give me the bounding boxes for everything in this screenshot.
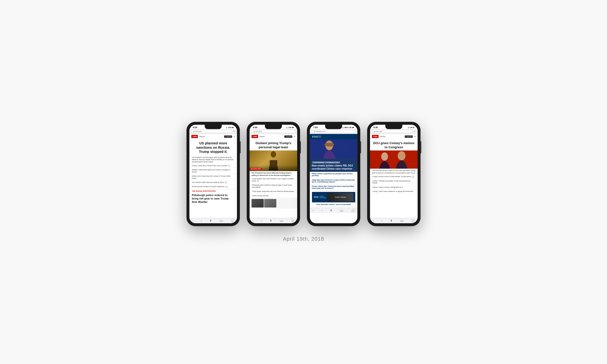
phone-4-tabs-icon[interactable]: ⬜ xyxy=(411,219,415,222)
phone-4-content: DOJ gives Comey's memos to Congress xyxy=(370,139,418,218)
phone-4-bookmark-icon[interactable]: 📖 xyxy=(400,219,404,222)
phone-3-back-icon[interactable]: ‹ xyxy=(313,209,314,212)
phone-1-news-3[interactable]: 'No Confusion Nikki' takes the media by … xyxy=(189,181,237,185)
phone-2-nav-home[interactable]: Home xyxy=(260,135,265,138)
phone-1-forward-icon[interactable]: › xyxy=(201,219,202,222)
phone-4-subhead: The fired FBI director says he's fine wi… xyxy=(370,169,418,175)
phone-2-bookmark-icon[interactable]: 📖 xyxy=(280,219,283,222)
phone-3-bottom-bar: ‹ › ⬆ 📖 ⬜ xyxy=(310,208,357,213)
phone-1-cnn-nav: CNN Home Live TV ≡ xyxy=(189,134,237,139)
phone-4-forward-icon[interactable]: › xyxy=(382,219,383,222)
phone-3-forward-icon[interactable]: › xyxy=(321,209,322,212)
svg-text:FOX: FOX xyxy=(312,135,318,138)
phone-4-nav-menu-icon[interactable]: ≡ xyxy=(414,135,416,138)
phone-4-url-bar[interactable]: 🔒 cnn.com xyxy=(372,130,413,133)
phone-1-news-0[interactable]: Comey: Trump won't criticize Putin, even… xyxy=(189,164,237,168)
phone-1-news-2[interactable]: Haley's retort shows why she's unique in… xyxy=(189,174,237,181)
phone-4-cnn-logo: CNN xyxy=(372,135,379,138)
phone-4-live-dot xyxy=(406,136,407,137)
phone-3-fox-ad-channel: NEWSCHANNEL xyxy=(319,195,327,198)
phone-3-share-icon[interactable]: ⬆ xyxy=(330,209,332,212)
phone-2-back-icon[interactable]: ‹ xyxy=(252,219,253,222)
phones-container: 8:20 ▲ LTE ■■ 🔒 cnn.com ✕ CNN Home xyxy=(186,122,421,226)
phone-4-image-container xyxy=(370,150,418,169)
phone-4-news-1[interactable]: Comey: 'Unlikely but possible' Trump com… xyxy=(370,179,418,185)
phone-1-headline: US planned more sanctions on Russia. Tru… xyxy=(189,139,237,156)
phone-4-nav-home[interactable]: Home xyxy=(380,135,385,138)
phone-2-news-2[interactable]: Trump lawyer drops libel suits over infa… xyxy=(250,190,297,194)
phone-1-time: 8:20 xyxy=(193,126,197,129)
phone-4-time: 9:35 xyxy=(373,126,378,129)
phone-2-thumbnail-strip xyxy=(250,198,297,208)
phone-4-back-icon[interactable]: ‹ xyxy=(373,219,374,222)
phone-4-news-2[interactable]: Opinion: James Comey's unforgivable erro… xyxy=(370,185,418,190)
phone-2-wrapper: 6:50 ▲ LTE ■■ 🔒 cnn.com CNN Home Live TV xyxy=(247,122,300,226)
date-label: April 19th, 2018 xyxy=(283,236,324,242)
phone-1-info-icon-0: i xyxy=(228,165,230,167)
phone-4-nav-livetv[interactable]: Live TV xyxy=(405,135,413,138)
phone-1-url-bar[interactable]: 🔒 cnn.com xyxy=(191,130,232,133)
phone-3-fox-news-2[interactable]: Former Clinton aide: Comey lied about re… xyxy=(310,184,357,191)
phone-1-bottom-headline[interactable]: Pittsburgh police ordered to bring riot … xyxy=(189,193,237,205)
phone-1-nav-menu-icon[interactable]: ≡ xyxy=(234,135,235,138)
phone-2-browser-bar[interactable]: 🔒 cnn.com xyxy=(250,129,297,134)
phone-2-url: cnn.com xyxy=(255,130,262,132)
phone-2-url-bar[interactable]: 🔒 cnn.com xyxy=(251,130,295,133)
phone-3-fox-label: 'CONCERNING' COORDINATION? xyxy=(312,161,340,164)
phone-2-nav-menu-icon[interactable]: ≡ xyxy=(294,135,295,138)
phone-4-news-0[interactable]: Cooper corrects record on false Mueller,… xyxy=(370,175,418,179)
phone-1-nav-home[interactable]: Home xyxy=(199,135,204,138)
phone-1-back-icon[interactable]: ‹ xyxy=(192,219,193,222)
phone-1-close-icon[interactable]: ✕ xyxy=(233,130,235,133)
phone-1-bookmark-icon[interactable]: 📖 xyxy=(220,219,223,222)
phone-3-status-icons: ▲ WiFi LTE ■■ xyxy=(342,127,354,128)
phone-4-share-icon[interactable]: ⬆ xyxy=(390,219,392,222)
phone-1-news-1[interactable]: Analysis: Haley drama plays into Comey's… xyxy=(189,168,237,174)
phone-4-browser-bar[interactable]: 🔒 cnn.com ✕ xyxy=(370,129,418,134)
phone-4-url: cnn.com xyxy=(376,130,382,132)
phone-2-breaking-badge: BREAKING NEWS xyxy=(250,168,262,170)
phone-2-tabs-icon[interactable]: ⬜ xyxy=(291,219,294,222)
phone-3-fox-news-0[interactable]: Hillary Clinton's popularity has plunged… xyxy=(310,172,357,178)
phone-1-browser-bar[interactable]: 🔒 cnn.com ✕ xyxy=(189,129,237,134)
phone-4-close-icon[interactable]: ✕ xyxy=(414,130,416,133)
phone-2-image-container: BREAKING NEWS xyxy=(250,150,297,171)
phone-3-url-bar[interactable]: 🔒 foxnews.com xyxy=(312,130,356,133)
phone-4-news-3[interactable]: Comey: 'I didn't have confidence' in dep… xyxy=(370,190,418,194)
phone-1-tabs-icon[interactable]: ⬜ xyxy=(231,219,234,222)
phone-2-news-3[interactable]: CNN's Comey interview xyxy=(250,194,297,198)
phone-2-share-icon[interactable]: ⬆ xyxy=(270,219,272,222)
svg-text:CHANNEL: CHANNEL xyxy=(318,137,321,138)
phone-3-fox-news-1[interactable]: Judge Nap urges Sessions to reopen Clint… xyxy=(310,178,357,184)
phone-1-live-dot xyxy=(225,136,226,137)
phone-2-live-dot xyxy=(285,136,286,137)
phone-3-fox-ad-cta[interactable]: Your favorite shows, now on demand! xyxy=(312,202,355,207)
phone-1: 8:20 ▲ LTE ■■ 🔒 cnn.com ✕ CNN Home xyxy=(186,122,240,226)
phone-3-lock-icon: 🔒 xyxy=(314,130,315,132)
phone-2-cnn-nav: CNN Home Live TV ≡ xyxy=(250,134,297,139)
phone-2-news-0[interactable]: Trump lawyers were told President is not… xyxy=(250,177,297,183)
phone-1-share-icon[interactable]: ⬆ xyxy=(210,219,212,222)
phone-2-forward-icon[interactable]: › xyxy=(261,219,262,222)
phone-4-trump-comey-image xyxy=(370,150,418,169)
phone-3-clinton-image xyxy=(310,139,357,159)
phone-2-breaking-text: The President has faced difficulty findi… xyxy=(250,171,297,177)
phone-2-news-1[interactable]: Pittsburgh police ordered to bring riot … xyxy=(250,183,297,190)
phone-2-livetv-label: Live TV xyxy=(287,136,291,137)
svg-point-0 xyxy=(271,151,276,157)
phone-1-status-icons: ▲ LTE ■■ xyxy=(226,127,234,128)
phone-1-screen: 8:20 ▲ LTE ■■ 🔒 cnn.com ✕ CNN Home xyxy=(189,125,237,223)
svg-rect-12 xyxy=(370,150,418,169)
phone-3-image-container xyxy=(310,139,357,159)
phone-3-tabs-icon[interactable]: ⬜ xyxy=(351,209,355,212)
phone-3-browser-bar[interactable]: 🔒 foxnews.com xyxy=(310,129,357,134)
phone-3-bookmark-icon[interactable]: 📖 xyxy=(340,209,343,212)
phone-3-fox-ad-host-image: Tucker Carlson xyxy=(327,193,353,201)
phone-3: 7:53 ▲ WiFi LTE ■■ 🔒 foxnews.com FOX NEW… xyxy=(307,122,360,226)
phone-2-bottom-bar: ‹ › ⬆ 📖 ⬜ xyxy=(250,218,297,223)
phone-4-info-0: i xyxy=(412,176,414,178)
phone-1-nav-livetv[interactable]: Live TV xyxy=(224,135,232,138)
phone-1-cnn-logo: CNN xyxy=(191,135,198,138)
phone-1-news-4[interactable]: Acosta presses Sanders on Russia 'toughn… xyxy=(189,185,237,189)
phone-2-nav-livetv[interactable]: Live TV xyxy=(284,135,292,138)
